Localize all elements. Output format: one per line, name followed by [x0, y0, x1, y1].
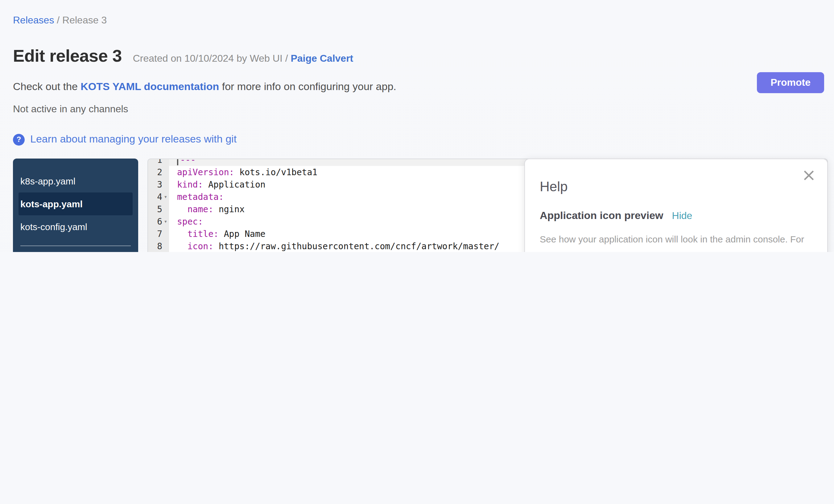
- doc-text-before: Check out the: [13, 81, 81, 92]
- help-description: See how your application icon will look …: [540, 230, 808, 252]
- gutter-line-number: 1: [148, 158, 169, 166]
- gutter-line-number: 4▾: [148, 191, 169, 203]
- fold-arrow-icon[interactable]: ▾: [162, 215, 169, 228]
- gutter-line-number: 6▾: [148, 215, 169, 228]
- git-releases-link[interactable]: Learn about managing your releases with …: [30, 133, 237, 146]
- help-panel: × Help Application icon preview Hide See…: [524, 158, 828, 252]
- help-section-header: Application icon preview Hide: [540, 210, 812, 222]
- author-link[interactable]: Paige Calvert: [290, 53, 353, 64]
- gutter-line-number: 8: [148, 240, 169, 252]
- breadcrumb: Releases / Release 3: [0, 0, 834, 26]
- breadcrumb-releases-link[interactable]: Releases: [13, 15, 54, 25]
- file-sidebar: k8s-app.yamlkots-app.yamlkots-config.yam…: [13, 158, 138, 252]
- git-help-row: ? Learn about managing your releases wit…: [0, 115, 834, 146]
- file-item-kots-config.yaml[interactable]: kots-config.yaml: [19, 215, 133, 238]
- hide-link[interactable]: Hide: [672, 210, 693, 221]
- edit-release-page: Releases / Release 3 Edit release 3 Crea…: [0, 0, 834, 252]
- close-icon[interactable]: ×: [802, 167, 816, 184]
- file-list: k8s-app.yamlkots-app.yamlkots-config.yam…: [13, 158, 138, 252]
- file-item-k8s-app.yaml[interactable]: k8s-app.yaml: [19, 170, 133, 193]
- help-title: Help: [540, 179, 812, 195]
- title-row: Edit release 3 Created on 10/10/2024 by …: [0, 26, 834, 66]
- page-title: Edit release 3: [13, 46, 122, 66]
- doc-row: Check out the KOTS YAML documentation fo…: [0, 66, 834, 93]
- doc-text-after: for more info on configuring your app.: [219, 81, 396, 92]
- file-list-divider: [20, 245, 131, 246]
- created-info: Created on 10/10/2024 by Web UI / Paige …: [133, 53, 353, 64]
- question-circle-icon: ?: [13, 134, 25, 145]
- kots-yaml-doc-link[interactable]: KOTS YAML documentation: [81, 81, 219, 92]
- gutter-line-number: 2: [148, 166, 169, 178]
- gutter-line-number: 3: [148, 178, 169, 191]
- promote-button[interactable]: Promote: [757, 72, 824, 93]
- fold-arrow-icon[interactable]: ▾: [162, 191, 169, 203]
- gutter-line-number: 5: [148, 203, 169, 215]
- file-item-kots-app.yaml[interactable]: kots-app.yaml: [19, 193, 133, 215]
- created-text: Created on 10/10/2024 by Web UI /: [133, 53, 291, 64]
- gutter-line-number: 7: [148, 228, 169, 240]
- breadcrumb-separator: /: [54, 15, 62, 25]
- main-region: k8s-app.yamlkots-app.yamlkots-config.yam…: [13, 158, 828, 252]
- channel-status-text: Not active in any channels: [0, 93, 834, 115]
- text-cursor: [177, 158, 178, 165]
- help-description-text: See how your application icon will look …: [540, 234, 804, 252]
- breadcrumb-current: Release 3: [62, 15, 107, 25]
- icon-preview-title: Application icon preview: [540, 210, 663, 222]
